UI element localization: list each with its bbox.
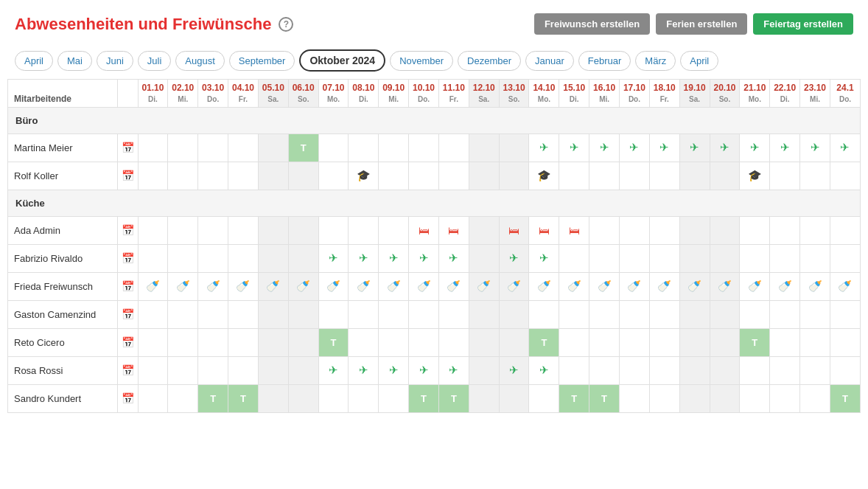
day-cell[interactable] — [559, 328, 589, 356]
day-cell[interactable]: T — [830, 384, 860, 412]
month-tab-november[interactable]: November — [390, 51, 453, 71]
day-cell[interactable] — [318, 300, 349, 328]
day-cell[interactable] — [800, 356, 830, 384]
calendar-icon[interactable]: 📅 — [122, 170, 134, 181]
day-cell[interactable]: ✈ — [740, 133, 770, 162]
day-cell[interactable] — [228, 133, 259, 162]
day-cell[interactable] — [228, 244, 259, 272]
day-cell[interactable] — [228, 300, 259, 328]
day-cell[interactable]: 🍼 — [499, 272, 529, 300]
day-cell[interactable] — [559, 162, 589, 190]
day-cell[interactable] — [288, 384, 318, 412]
day-cell[interactable]: ✈ — [499, 244, 529, 272]
day-cell[interactable] — [770, 300, 800, 328]
day-cell[interactable] — [318, 384, 349, 412]
day-cell[interactable] — [409, 133, 439, 162]
day-cell[interactable] — [258, 244, 288, 272]
day-cell[interactable] — [258, 384, 288, 412]
calendar-icon[interactable]: 📅 — [122, 224, 134, 236]
day-cell[interactable] — [258, 216, 288, 244]
day-cell[interactable] — [469, 328, 499, 356]
day-cell[interactable] — [258, 356, 288, 384]
day-cell[interactable]: T — [529, 328, 559, 356]
day-cell[interactable]: 🛏 — [499, 216, 529, 244]
day-cell[interactable] — [710, 244, 740, 272]
day-cell[interactable] — [379, 216, 409, 244]
day-cell[interactable] — [589, 216, 620, 244]
day-cell[interactable] — [830, 328, 860, 356]
month-tab-juni[interactable]: Juni — [97, 51, 133, 71]
day-cell[interactable] — [770, 384, 800, 412]
day-cell[interactable] — [469, 216, 499, 244]
month-tab-april[interactable]: April — [15, 51, 53, 71]
day-cell[interactable]: ✈ — [318, 244, 349, 272]
day-cell[interactable] — [710, 216, 740, 244]
day-cell[interactable] — [349, 300, 379, 328]
day-cell[interactable] — [800, 328, 830, 356]
day-cell[interactable] — [679, 328, 710, 356]
day-cell[interactable] — [649, 328, 679, 356]
day-cell[interactable] — [349, 328, 379, 356]
day-cell[interactable] — [589, 356, 620, 384]
day-cell[interactable] — [830, 162, 860, 190]
day-cell[interactable] — [138, 216, 168, 244]
day-cell[interactable] — [800, 244, 830, 272]
day-cell[interactable]: 🍼 — [138, 272, 168, 300]
day-cell[interactable] — [318, 216, 349, 244]
day-cell[interactable]: 🍼 — [409, 272, 439, 300]
day-cell[interactable] — [679, 384, 710, 412]
calendar-icon[interactable]: 📅 — [122, 308, 134, 320]
month-tab-februar[interactable]: Februar — [578, 51, 631, 71]
day-cell[interactable]: 🍼 — [679, 272, 710, 300]
day-cell[interactable] — [258, 162, 288, 190]
day-cell[interactable] — [649, 244, 679, 272]
day-cell[interactable] — [198, 328, 228, 356]
day-cell[interactable] — [529, 300, 559, 328]
day-cell[interactable] — [469, 133, 499, 162]
day-cell[interactable]: T — [438, 384, 469, 412]
day-cell[interactable] — [288, 244, 318, 272]
day-cell[interactable] — [438, 162, 469, 190]
month-tab-dezember[interactable]: Dezember — [458, 51, 521, 71]
freiwunsch-button[interactable]: Freiwunsch erstellen — [534, 13, 650, 35]
day-cell[interactable] — [198, 300, 228, 328]
day-cell[interactable] — [409, 162, 439, 190]
day-cell[interactable]: ✈ — [589, 133, 620, 162]
day-cell[interactable] — [168, 300, 198, 328]
day-cell[interactable] — [740, 300, 770, 328]
day-cell[interactable] — [168, 244, 198, 272]
day-cell[interactable] — [138, 162, 168, 190]
day-cell[interactable]: ✈ — [379, 244, 409, 272]
day-cell[interactable] — [740, 216, 770, 244]
day-cell[interactable] — [379, 328, 409, 356]
calendar-icon[interactable]: 📅 — [122, 280, 134, 292]
day-cell[interactable] — [800, 162, 830, 190]
month-tab-april[interactable]: April — [680, 51, 718, 71]
day-cell[interactable]: T — [318, 328, 349, 356]
day-cell[interactable] — [800, 384, 830, 412]
day-cell[interactable] — [288, 162, 318, 190]
day-cell[interactable] — [469, 384, 499, 412]
calendar-icon[interactable]: 📅 — [122, 336, 134, 348]
day-cell[interactable]: 🎓 — [740, 162, 770, 190]
day-cell[interactable] — [138, 384, 168, 412]
day-cell[interactable]: 🍼 — [800, 272, 830, 300]
day-cell[interactable] — [258, 328, 288, 356]
day-cell[interactable] — [228, 162, 259, 190]
day-cell[interactable] — [710, 356, 740, 384]
day-cell[interactable] — [830, 244, 860, 272]
day-cell[interactable]: ✈ — [710, 133, 740, 162]
month-tab-oktober-2024[interactable]: Oktober 2024 — [299, 49, 385, 72]
day-cell[interactable] — [258, 300, 288, 328]
day-cell[interactable]: 🍼 — [559, 272, 589, 300]
day-cell[interactable] — [620, 216, 650, 244]
day-cell[interactable]: ✈ — [529, 356, 559, 384]
day-cell[interactable] — [649, 356, 679, 384]
day-cell[interactable]: 🍼 — [318, 272, 349, 300]
day-cell[interactable]: T — [589, 384, 620, 412]
day-cell[interactable]: T — [409, 384, 439, 412]
day-cell[interactable] — [438, 300, 469, 328]
day-cell[interactable] — [589, 300, 620, 328]
day-cell[interactable] — [198, 216, 228, 244]
day-cell[interactable] — [559, 300, 589, 328]
